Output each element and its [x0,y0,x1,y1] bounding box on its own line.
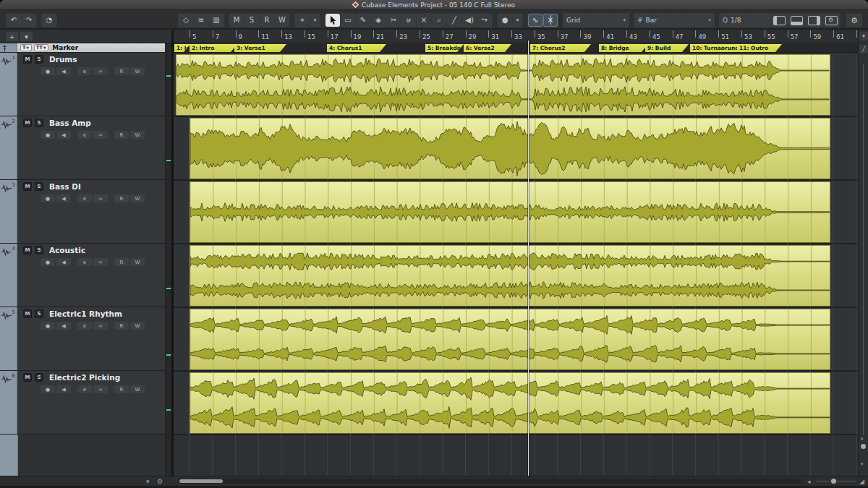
write-all-button[interactable]: W [275,14,289,27]
edit-channel-button[interactable]: e [77,194,92,202]
track-mute-button[interactable]: M [23,309,32,318]
marker-flag[interactable]: 9: Build [645,44,689,52]
record-arm-button[interactable]: ● [41,194,55,202]
marker-flag[interactable]: 11: Outro [737,44,782,52]
edit-history-button[interactable]: ◔ [42,14,56,27]
timeline-ruler[interactable]: 5791113151719212325272931333537394143454… [174,30,858,43]
write-automation-button[interactable]: W [130,385,145,393]
monitor-button[interactable]: ◀ [56,385,71,393]
ruler-options-button[interactable]: ▾ [859,32,868,40]
marker-flag[interactable]: 6: Verse2 [464,44,511,52]
add-cycle-marker-button[interactable]: TT+ [34,44,48,51]
monitor-button[interactable]: ◀ [56,67,71,75]
read-automation-button[interactable]: R [114,131,129,139]
audio-event-drums[interactable] [176,54,830,116]
line-tool[interactable]: ╱ [447,14,461,27]
read-automation-button[interactable]: R [114,322,129,330]
zoom-out-arrow-icon[interactable]: ◂ [807,478,811,485]
track-solo-button[interactable]: S [35,182,43,191]
write-automation-button[interactable]: W [130,194,145,202]
track-row-acoustic[interactable]: 4MSAcoustic●◀e∞RW [0,244,171,307]
color-tool[interactable]: ↪ [477,14,492,27]
solo-all-button[interactable]: S [244,14,259,27]
track-list-settings-button[interactable]: ⚙ [157,478,163,485]
write-automation-button[interactable]: W [130,131,145,139]
record-arm-button[interactable]: ● [41,131,55,139]
marker-track-row[interactable]: T+TT+Marker [0,43,171,53]
activate-project-button[interactable]: ◇ [179,14,193,27]
playhead-cursor[interactable] [528,40,529,476]
audio-event-bass-di[interactable] [190,181,830,243]
track-solo-button[interactable]: S [35,309,43,318]
mute-all-button[interactable]: M [229,14,244,27]
redo-button[interactable]: ↷ [22,14,36,27]
edit-channel-button[interactable]: e [77,322,92,330]
scroll-up-arrow-icon[interactable]: ▴ [861,435,864,441]
record-arm-button[interactable]: ● [41,258,55,266]
audio-event-electric2-picking[interactable] [190,372,830,434]
mixer-button[interactable]: ▥ [209,14,224,27]
snap-type-dropdown[interactable]: Grid▾ [563,13,629,27]
read-automation-button[interactable]: R [114,194,129,202]
monitor-button[interactable]: ◀ [56,322,71,330]
record-arm-button[interactable]: ● [41,322,55,330]
toolbar-settings-button[interactable]: ⚙ [846,14,862,27]
marker-flag[interactable]: 1: Int [174,44,190,52]
track-visibility-button[interactable]: ≡ [194,14,208,27]
read-automation-button[interactable]: R [114,67,129,75]
resize-grip-icon[interactable]: ◢ [859,478,864,485]
edit-channel-button[interactable]: e [77,385,92,393]
freeze-button[interactable]: ∞ [93,131,108,139]
edit-channel-button[interactable]: e [77,67,92,75]
track-solo-button[interactable]: S [35,373,43,382]
track-mute-button[interactable]: M [23,246,32,254]
edit-channel-button[interactable]: e [77,258,92,266]
scroll-down-arrow-icon[interactable]: ▾ [861,461,864,467]
write-automation-button[interactable]: W [130,322,145,330]
color-menu-caret[interactable]: ▾ [513,14,522,27]
freeze-button[interactable]: ∞ [93,194,108,202]
audio-event-electric1-rhythm[interactable] [190,309,830,370]
track-row-bass-amp[interactable]: 2MSBass Amp●◀e∞RW [0,116,171,180]
edit-channel-button[interactable]: e [77,131,92,139]
horizontal-zoom-slider[interactable] [831,479,836,484]
track-solo-button[interactable]: S [35,246,43,254]
track-row-electric1-rhythm[interactable]: 5MSElectric1 Rhythm●◀e∞RW [0,307,171,371]
snap-zero-crossing-button[interactable]: × [543,14,558,27]
freeze-button[interactable]: ∞ [93,385,108,393]
record-arm-button[interactable]: ● [41,385,55,393]
track-mute-button[interactable]: M [23,119,32,127]
vertical-scrollbar[interactable] [863,64,864,435]
range-selection-tool[interactable]: ▭ [341,14,355,27]
add-track-button[interactable]: + [6,32,18,41]
draw-tool[interactable]: ✎ [356,14,370,27]
monitor-button[interactable]: ◀ [56,131,71,139]
auto-scroll-button[interactable]: ⌖ [295,14,310,27]
play-tool[interactable]: ◀) [462,14,477,27]
color-menu-button[interactable]: ● [498,14,512,27]
horizontal-zoom-track[interactable] [816,481,856,481]
show-left-zone-button[interactable] [771,14,788,27]
erase-tool[interactable]: ◈ [371,14,386,27]
show-right-zone-button[interactable] [806,14,822,27]
object-selection-tool[interactable] [326,14,340,27]
read-automation-button[interactable]: R [114,258,129,266]
marker-flag[interactable]: 2: Intro [190,44,237,52]
audio-event-bass-amp[interactable] [190,118,830,179]
zoom-tool[interactable]: ⌕ [432,14,446,27]
mute-tool[interactable]: × [417,14,431,27]
read-all-button[interactable]: R [260,14,274,27]
horizontal-scrollbar-thumb[interactable] [179,479,223,483]
track-solo-button[interactable]: S [35,119,43,127]
vertical-zoom-preset-button[interactable]: ╱ [859,45,868,53]
horizontal-scrollbar[interactable] [178,479,803,484]
track-solo-button[interactable]: S [35,55,43,64]
glue-tool[interactable]: ⊎ [401,14,416,27]
track-mute-button[interactable]: M [23,55,32,64]
freeze-button[interactable]: ∞ [93,322,108,330]
track-row-drums[interactable]: 1MSDrums●◀e∞RW [0,53,171,116]
split-tool[interactable]: ✂ [386,14,401,27]
vertical-zoom-slider[interactable] [861,444,866,449]
auto-scroll-menu-button[interactable]: ▾ [310,14,320,27]
monitor-button[interactable]: ◀ [56,194,71,202]
